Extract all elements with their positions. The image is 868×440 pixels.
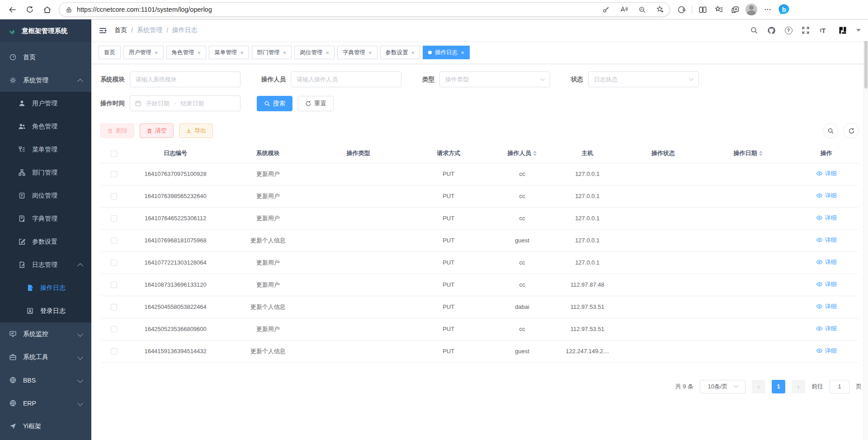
- detail-link[interactable]: 详细: [816, 214, 837, 222]
- clear-button[interactable]: 清空: [140, 123, 174, 138]
- sidebar-item-dept-mgmt[interactable]: 部门管理: [0, 161, 91, 184]
- row-checkbox[interactable]: [111, 260, 117, 266]
- date-range-picker[interactable]: 开始日期 - 结束日期: [130, 95, 241, 111]
- zoom-out-icon[interactable]: [635, 3, 649, 16]
- show-search-button[interactable]: [823, 123, 838, 138]
- sidebar-item-role-mgmt[interactable]: 角色管理: [0, 115, 91, 138]
- select-all-checkbox[interactable]: [111, 151, 117, 157]
- detail-link[interactable]: 详细: [816, 258, 837, 266]
- browser-menu-icon[interactable]: [760, 2, 775, 17]
- row-checkbox[interactable]: [111, 193, 117, 199]
- favorites-icon[interactable]: [711, 2, 726, 17]
- collections-icon[interactable]: [727, 2, 743, 17]
- add-favorite-icon[interactable]: [653, 3, 667, 16]
- browser-back-button[interactable]: [5, 2, 21, 17]
- detail-link[interactable]: 详细: [816, 347, 837, 355]
- sidebar-item-tools[interactable]: 系统工具: [0, 345, 91, 369]
- next-page-button[interactable]: ›: [792, 380, 805, 393]
- sidebar-item-login-log[interactable]: 登录日志: [0, 299, 91, 322]
- sidebar-item-param-settings[interactable]: 参数设置: [0, 230, 91, 253]
- row-checkbox[interactable]: [111, 348, 117, 355]
- extensions-icon[interactable]: [674, 2, 689, 17]
- browser-refresh-button[interactable]: [22, 2, 38, 17]
- detail-link[interactable]: 详细: [816, 192, 837, 200]
- sidebar-item-yi-framework[interactable]: Yi框架: [0, 415, 91, 438]
- sidebar-item-post-mgmt[interactable]: 岗位管理: [0, 184, 91, 207]
- browser-home-button[interactable]: [39, 2, 55, 17]
- sidebar-item-bbs[interactable]: BBS: [0, 369, 91, 392]
- sidebar-item-monitor[interactable]: 系统监控: [0, 322, 91, 345]
- close-icon[interactable]: ×: [326, 50, 329, 56]
- url-text[interactable]: https://ccnetcore.com:1101/system/log/op…: [77, 6, 594, 13]
- lock-icon[interactable]: [66, 6, 72, 13]
- app-logo[interactable]: 意框架管理系统: [0, 19, 91, 42]
- close-icon[interactable]: ×: [155, 50, 158, 56]
- sort-icon[interactable]: [533, 151, 537, 156]
- tab-post-mgmt[interactable]: 岗位管理×: [294, 46, 335, 59]
- browser-profile-avatar[interactable]: [744, 2, 759, 17]
- sidebar-item-oper-log[interactable]: 操作日志: [0, 276, 91, 299]
- close-icon[interactable]: ×: [240, 50, 244, 56]
- tab-role-mgmt[interactable]: 角色管理×: [166, 46, 207, 59]
- row-checkbox[interactable]: [111, 304, 117, 310]
- tab-home[interactable]: 首页: [99, 46, 121, 59]
- fullscreen-icon[interactable]: [801, 26, 810, 35]
- close-icon[interactable]: ×: [368, 50, 372, 56]
- profile-caret-icon[interactable]: [856, 29, 861, 32]
- sidebar-item-home[interactable]: 首页: [0, 46, 91, 69]
- help-icon[interactable]: ?: [784, 26, 793, 35]
- search-icon[interactable]: [750, 26, 759, 35]
- row-checkbox[interactable]: [111, 171, 117, 177]
- delete-button[interactable]: 删除: [100, 123, 134, 138]
- search-button[interactable]: 搜索: [257, 96, 292, 111]
- sidebar-item-log-mgmt[interactable]: 日志管理: [0, 253, 91, 276]
- tab-dict-mgmt[interactable]: 字典管理×: [337, 46, 377, 59]
- breadcrumb-home[interactable]: 首页: [114, 26, 127, 34]
- close-icon[interactable]: ×: [198, 50, 201, 56]
- detail-link[interactable]: 详细: [816, 325, 837, 333]
- close-icon[interactable]: ×: [411, 50, 415, 56]
- sort-icon[interactable]: [759, 151, 763, 156]
- export-button[interactable]: 导出: [179, 123, 213, 138]
- status-select[interactable]: 日志状态: [588, 71, 699, 87]
- user-logo-avatar[interactable]: [838, 26, 847, 35]
- close-icon[interactable]: ×: [283, 50, 287, 56]
- detail-link[interactable]: 详细: [816, 236, 837, 244]
- type-select[interactable]: 操作类型: [439, 71, 550, 87]
- operator-input[interactable]: [291, 71, 401, 87]
- sidebar-item-system[interactable]: 系统管理: [0, 69, 91, 92]
- read-aloud-icon[interactable]: [617, 3, 631, 16]
- current-page-button[interactable]: 1: [772, 380, 785, 393]
- refresh-table-button[interactable]: [844, 123, 859, 138]
- col-operator[interactable]: 操作人员: [493, 144, 551, 163]
- font-size-icon[interactable]: tT: [818, 26, 827, 35]
- row-checkbox[interactable]: [111, 237, 117, 244]
- close-icon[interactable]: ×: [461, 50, 464, 56]
- sidebar-fold-icon[interactable]: [99, 26, 107, 35]
- detail-link[interactable]: 详细: [816, 170, 837, 178]
- goto-page-input[interactable]: [830, 380, 849, 393]
- row-checkbox[interactable]: [111, 215, 117, 222]
- row-checkbox[interactable]: [111, 282, 117, 288]
- sidebar-item-menu-mgmt[interactable]: 菜单管理: [0, 138, 91, 161]
- page-scrollbar[interactable]: [863, 19, 868, 440]
- bing-copilot-icon[interactable]: b: [776, 2, 792, 17]
- sidebar-item-dict-mgmt[interactable]: 字典管理: [0, 207, 91, 230]
- module-input[interactable]: [130, 71, 241, 87]
- sidebar-item-erp[interactable]: ERP: [0, 392, 91, 415]
- reset-button[interactable]: 重置: [298, 96, 334, 111]
- detail-link[interactable]: 详细: [816, 303, 837, 311]
- github-icon[interactable]: [767, 26, 776, 35]
- detail-link[interactable]: 详细: [816, 280, 837, 289]
- row-checkbox[interactable]: [111, 326, 117, 332]
- tab-menu-mgmt[interactable]: 菜单管理×: [209, 46, 249, 59]
- page-size-select[interactable]: 10条/页: [700, 380, 745, 393]
- col-date[interactable]: 操作日期: [703, 144, 793, 163]
- tab-dept-mgmt[interactable]: 部门管理×: [252, 46, 292, 59]
- prev-page-button[interactable]: ‹: [752, 380, 765, 393]
- password-key-icon[interactable]: [599, 3, 613, 16]
- breadcrumb-system[interactable]: 系统管理: [137, 26, 162, 34]
- tab-param-settings[interactable]: 参数设置×: [380, 46, 420, 59]
- split-screen-icon[interactable]: [695, 2, 710, 17]
- tab-user-mgmt[interactable]: 用户管理×: [123, 46, 164, 59]
